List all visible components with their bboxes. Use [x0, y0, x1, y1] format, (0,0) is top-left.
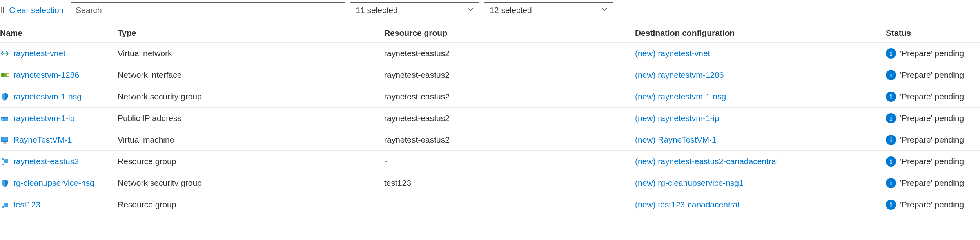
cell-name: raynetestvm-1286	[0, 70, 118, 80]
info-icon[interactable]	[886, 113, 896, 123]
svg-point-0	[3, 53, 4, 54]
destination-link[interactable]: (new) RayneTestVM-1	[635, 135, 717, 144]
filter-toolbar: ll Clear selection 11 selected 12 select…	[0, 0, 980, 22]
svg-rect-13	[3, 143, 7, 144]
cell-resource-group: test123	[384, 178, 635, 188]
destination-link[interactable]: (new) test123-canadacentral	[635, 200, 739, 209]
column-header-status[interactable]: Status	[886, 28, 980, 38]
resource-name-link[interactable]: test123	[13, 200, 40, 209]
cell-name: test123	[0, 200, 118, 209]
nsg-icon	[0, 178, 9, 188]
clear-selection-link[interactable]: Clear selection	[9, 5, 64, 15]
vm-icon	[0, 135, 9, 145]
table-row[interactable]: raynetestvm-1286Network interfaceraynete…	[0, 64, 980, 86]
info-icon[interactable]	[886, 135, 896, 145]
destination-link[interactable]: (new) raynetestvm-1-ip	[635, 114, 719, 123]
resource-name-link[interactable]: raynetest-eastus2	[13, 157, 79, 166]
cell-name: RayneTestVM-1	[0, 135, 118, 145]
search-input[interactable]	[71, 2, 345, 18]
svg-rect-14	[4, 159, 8, 163]
info-icon[interactable]	[886, 178, 896, 188]
cell-name: raynetest-eastus2	[0, 157, 118, 166]
cell-resource-group: raynetest-eastus2	[384, 135, 635, 145]
cell-resource-group: raynetest-eastus2	[384, 70, 635, 80]
info-icon[interactable]	[886, 48, 896, 59]
select-all-link-fragment[interactable]: ll	[0, 5, 4, 15]
cell-status: 'Prepare' pending	[886, 113, 980, 123]
cell-type: Network security group	[118, 92, 384, 101]
cell-destination: (new) rg-cleanupservice-nsg1	[635, 178, 886, 188]
cell-resource-group: raynetest-eastus2	[384, 49, 635, 58]
table-row[interactable]: test123Resource group-(new) test123-cana…	[0, 194, 980, 215]
table-row[interactable]: raynetest-vnetVirtual networkraynetest-e…	[0, 42, 980, 64]
table-row[interactable]: raynetest-eastus2Resource group-(new) ra…	[0, 150, 980, 172]
column-header-destination[interactable]: Destination configuration	[635, 28, 886, 38]
svg-point-7	[2, 119, 3, 120]
cell-status: 'Prepare' pending	[886, 156, 980, 167]
vnet-icon	[0, 49, 9, 58]
resource-name-link[interactable]: rg-cleanupservice-nsg	[13, 178, 94, 188]
rg-icon	[0, 157, 9, 166]
resources-grid: Name Type Resource group Destination con…	[0, 22, 980, 215]
table-row[interactable]: raynetestvm-1-nsgNetwork security groupr…	[0, 86, 980, 107]
nic-icon	[0, 70, 9, 80]
column-header-resource-group[interactable]: Resource group	[384, 28, 635, 38]
table-row[interactable]: rg-cleanupservice-nsgNetwork security gr…	[0, 172, 980, 194]
cell-destination: (new) RayneTestVM-1	[635, 135, 886, 145]
resource-name-link[interactable]: RayneTestVM-1	[13, 135, 72, 145]
destination-link[interactable]: (new) raynetest-eastus2-canadacentral	[635, 157, 778, 166]
info-icon[interactable]	[886, 200, 896, 210]
column-header-type[interactable]: Type	[118, 28, 384, 38]
status-text: 'Prepare' pending	[900, 114, 964, 123]
cell-resource-group: -	[384, 157, 635, 166]
cell-type: Virtual network	[118, 49, 384, 58]
cell-destination: (new) raynetest-eastus2-canadacentral	[635, 157, 886, 166]
svg-rect-12	[4, 142, 6, 143]
info-icon[interactable]	[886, 156, 896, 167]
cell-destination: (new) raynetest-vnet	[635, 49, 886, 58]
svg-point-8	[4, 119, 4, 120]
status-text: 'Prepare' pending	[900, 157, 964, 166]
resource-name-link[interactable]: raynetestvm-1286	[13, 70, 79, 80]
cell-type: Resource group	[118, 157, 384, 166]
grid-header: Name Type Resource group Destination con…	[0, 22, 980, 42]
destination-link[interactable]: (new) raynetestvm-1-nsg	[635, 92, 726, 101]
status-text: 'Prepare' pending	[900, 70, 964, 80]
info-icon[interactable]	[886, 92, 896, 102]
column-header-name[interactable]: Name	[0, 28, 118, 38]
cell-status: 'Prepare' pending	[886, 48, 980, 59]
cell-type: Network interface	[118, 70, 384, 80]
cell-type: Virtual machine	[118, 135, 384, 145]
destination-link[interactable]: (new) raynetest-vnet	[635, 49, 710, 58]
resource-name-link[interactable]: raynetest-vnet	[13, 49, 65, 58]
pip-icon	[0, 114, 9, 123]
cell-type: Network security group	[118, 178, 384, 188]
cell-resource-group: raynetest-eastus2	[384, 114, 635, 123]
cell-type: Public IP address	[118, 114, 384, 123]
svg-rect-15	[4, 203, 8, 207]
status-text: 'Prepare' pending	[900, 178, 964, 188]
destination-link[interactable]: (new) rg-cleanupservice-nsg1	[635, 178, 744, 187]
table-row[interactable]: raynetestvm-1-ipPublic IP addressraynete…	[0, 107, 980, 129]
table-row[interactable]: RayneTestVM-1Virtual machineraynetest-ea…	[0, 129, 980, 150]
cell-destination: (new) test123-canadacentral	[635, 200, 886, 209]
cell-name: raynetest-vnet	[0, 49, 118, 58]
status-text: 'Prepare' pending	[900, 200, 964, 209]
cell-destination: (new) raynetestvm-1-nsg	[635, 92, 886, 101]
info-icon[interactable]	[886, 70, 896, 80]
status-text: 'Prepare' pending	[900, 135, 964, 145]
cell-status: 'Prepare' pending	[886, 178, 980, 188]
resource-name-link[interactable]: raynetestvm-1-ip	[13, 114, 74, 123]
svg-point-2	[5, 53, 7, 54]
cell-resource-group: raynetest-eastus2	[384, 92, 635, 101]
type-filter-dropdown[interactable]: 11 selected	[350, 2, 479, 18]
svg-rect-11	[2, 137, 8, 141]
destination-link[interactable]: (new) raynetestvm-1286	[635, 70, 724, 79]
svg-rect-6	[1, 117, 8, 118]
cell-name: raynetestvm-1-nsg	[0, 92, 118, 101]
status-text: 'Prepare' pending	[900, 49, 964, 58]
status-filter-label: 12 selected	[490, 5, 532, 15]
status-filter-dropdown[interactable]: 12 selected	[484, 2, 613, 18]
resource-name-link[interactable]: raynetestvm-1-nsg	[13, 92, 82, 101]
cell-status: 'Prepare' pending	[886, 70, 980, 80]
